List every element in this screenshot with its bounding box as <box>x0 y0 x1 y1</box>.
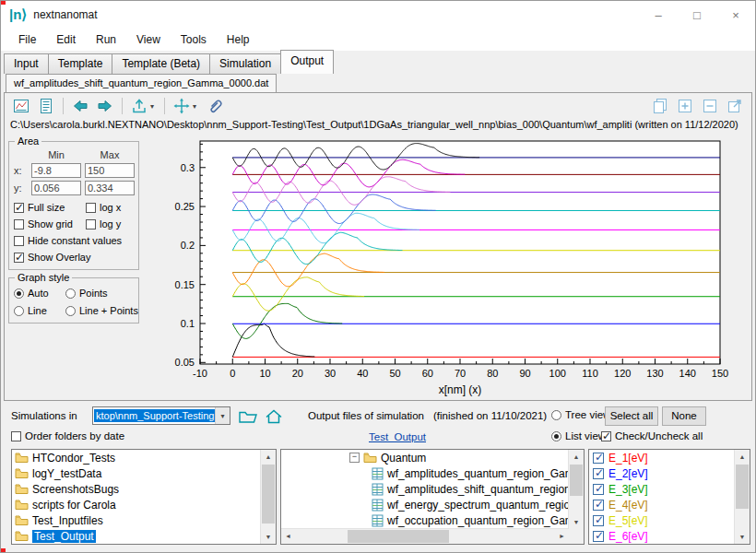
checkbox-show-grid[interactable]: Show grid <box>14 217 86 231</box>
tree-file-item[interactable]: wf_energy_spectrum_quantum_region_Gamm <box>281 497 569 512</box>
checkbox-hide-constant-values[interactable]: Hide constant values <box>14 233 134 248</box>
y-min-input[interactable] <box>31 181 81 195</box>
folder-item-test-output[interactable]: Test_Output <box>12 528 261 544</box>
scroll-down-icon[interactable]: ▼ <box>735 530 750 544</box>
y-max-input[interactable] <box>85 181 135 195</box>
scrollbar-thumb[interactable] <box>736 465 749 509</box>
variable-item-e-2-ev[interactable]: E_2[eV] <box>589 465 735 481</box>
files-tree-vscrollbar[interactable]: ▲ ▼ <box>568 450 584 529</box>
minimize-button[interactable]: – <box>639 1 678 29</box>
checkbox-show-overlay[interactable]: Show Overlay <box>14 250 134 265</box>
browse-folder-icon[interactable] <box>237 406 259 428</box>
folder-item-screenshotsbugs[interactable]: ScreenshotsBugs <box>12 481 261 497</box>
svg-text:0.3: 0.3 <box>181 162 195 173</box>
chart-area[interactable]: -100102030405060708090100110120130140150… <box>143 134 751 400</box>
variable-item-e-1-ev[interactable]: E_1[eV] <box>589 450 735 465</box>
tab-template-beta[interactable]: Template (Beta) <box>112 53 210 74</box>
wavefunction-chart: -100102030405060708090100110120130140150… <box>143 134 751 401</box>
menu-file[interactable]: File <box>8 30 46 49</box>
select-all-button[interactable]: Select all <box>605 406 658 426</box>
scroll-up-icon[interactable]: ▲ <box>735 450 750 464</box>
scroll-up-icon[interactable]: ▲ <box>569 450 584 464</box>
menu-view[interactable]: View <box>126 30 171 49</box>
home-icon[interactable] <box>263 406 285 428</box>
export-icon[interactable] <box>128 95 150 117</box>
document-tab[interactable]: wf_amplitudes_shift_quantum_region_Gamma… <box>6 74 277 93</box>
collapse-icon[interactable]: − <box>349 453 360 463</box>
variable-item-e-5-ev[interactable]: E_5[eV] <box>589 512 735 528</box>
radio-auto[interactable]: Auto <box>14 286 65 300</box>
combobox-dropdown-icon[interactable]: ▾ <box>215 407 230 424</box>
none-button[interactable]: None <box>662 406 706 426</box>
fit-to-window-icon[interactable] <box>171 95 193 117</box>
remove-window-icon[interactable] <box>699 95 721 117</box>
variables-list[interactable]: E_1[eV]E_2[eV]E_3[eV]E_4[eV]E_5[eV]E_6[e… <box>588 449 750 545</box>
folder-item-scripts-for-carola[interactable]: scripts for Carola <box>12 497 261 512</box>
maximize-button[interactable]: □ <box>678 1 716 29</box>
scroll-right-icon[interactable]: ► <box>555 529 569 544</box>
scroll-up-icon[interactable]: ▲ <box>261 450 276 464</box>
toolbar-separator <box>122 98 123 114</box>
scroll-left-icon[interactable]: ◄ <box>281 529 295 544</box>
variable-item-e-4-ev[interactable]: E_4[eV] <box>589 497 735 512</box>
variable-item-e-3-ev[interactable]: E_3[eV] <box>589 481 735 497</box>
files-tree[interactable]: −Quantumwf_amplitudes_quantum_region_Gam… <box>280 449 585 545</box>
scroll-down-icon[interactable]: ▼ <box>569 515 584 529</box>
folder-item-test-inputfiles[interactable]: Test_Inputfiles <box>12 512 261 528</box>
simulation-folder-combobox[interactable]: ktop\nnm_Support-Testing ▾ <box>92 406 230 425</box>
order-folders-checkbox[interactable]: Order folders by date <box>11 430 124 441</box>
variables-scrollbar[interactable]: ▲ ▼ <box>734 450 750 544</box>
folders-list[interactable]: HTCondor_TestslogY_testDataScreenshotsBu… <box>11 449 277 545</box>
radio-line-points[interactable]: Line + Points <box>65 303 138 318</box>
x-min-input[interactable] <box>31 163 81 178</box>
checkbox-full-size[interactable]: Full size <box>14 200 86 215</box>
navigate-forward-icon[interactable] <box>94 95 116 117</box>
tree-view-radio[interactable]: Tree view <box>551 409 610 420</box>
variable-item-e-6-ev[interactable]: E_6[eV] <box>589 528 735 544</box>
copy-window-icon[interactable] <box>649 95 671 117</box>
checkbox-log-y[interactable]: log y <box>86 217 134 231</box>
files-tree-hscrollbar[interactable]: ◄ ► <box>281 528 569 544</box>
navigate-back-icon[interactable] <box>69 95 91 117</box>
tab-template[interactable]: Template <box>48 53 113 74</box>
test-output-link[interactable]: Test_Output <box>369 431 426 442</box>
check-uncheck-all-checkbox[interactable]: Check/Uncheck all <box>601 430 703 441</box>
list-view-radio[interactable]: List view <box>551 430 606 441</box>
folder-item-logy-testdata[interactable]: logY_testData <box>12 465 261 481</box>
scrollbar-thumb[interactable] <box>570 465 583 496</box>
svg-text:20: 20 <box>292 368 303 379</box>
data-file-icon <box>372 483 384 496</box>
folders-scrollbar[interactable]: ▲ ▼ <box>260 450 276 544</box>
menu-help[interactable]: Help <box>217 30 260 49</box>
radio-points[interactable]: Points <box>65 286 138 300</box>
tab-simulation[interactable]: Simulation <box>209 53 281 74</box>
scrollbar-thumb[interactable] <box>348 530 449 543</box>
chart-view-icon[interactable] <box>10 95 32 117</box>
combobox-value: ktop\nnm_Support-Testing <box>94 409 215 422</box>
tab-output[interactable]: Output <box>280 50 334 74</box>
tab-input[interactable]: Input <box>4 53 49 74</box>
x-max-input[interactable] <box>85 163 135 178</box>
scroll-down-icon[interactable]: ▼ <box>261 530 276 544</box>
radio-line[interactable]: Line <box>14 303 65 318</box>
detach-window-icon[interactable] <box>724 95 746 117</box>
folder-item-htcondor-tests[interactable]: HTCondor_Tests <box>12 450 261 465</box>
tree-file-item[interactable]: wf_amplitudes_quantum_region_Gamma_00 <box>281 465 569 481</box>
checkbox-log-x[interactable]: log x <box>86 200 134 215</box>
checkbox-box <box>11 431 21 441</box>
tree-file-item[interactable]: wf_amplitudes_shift_quantum_region_Gamm <box>281 481 569 497</box>
scrollbar-thumb[interactable] <box>262 465 275 524</box>
export-dropdown-caret[interactable]: ▾ <box>150 102 159 111</box>
svg-text:50: 50 <box>389 368 400 379</box>
attachment-icon[interactable] <box>204 95 226 117</box>
output-files-label: Output files of simulation <box>308 410 424 421</box>
report-view-icon[interactable] <box>35 95 57 117</box>
menu-edit[interactable]: Edit <box>46 30 86 49</box>
tree-folder-quantum[interactable]: −Quantum <box>281 450 569 465</box>
new-window-icon[interactable] <box>674 95 696 117</box>
menu-run[interactable]: Run <box>86 30 126 49</box>
menu-tools[interactable]: Tools <box>171 30 217 49</box>
close-button[interactable]: × <box>716 1 755 29</box>
tree-file-item[interactable]: wf_occupation_quantum_region_Gamma.dat <box>281 512 569 528</box>
fit-dropdown-caret[interactable]: ▾ <box>193 102 201 111</box>
